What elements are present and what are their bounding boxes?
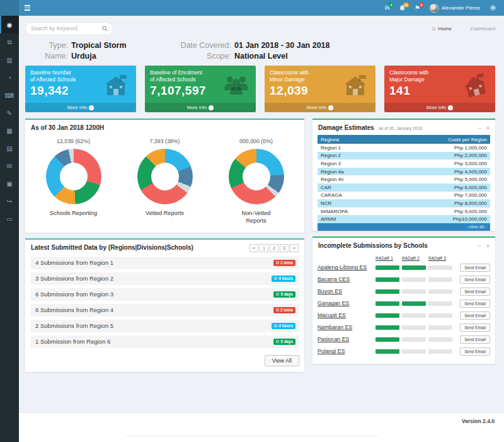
send-email-button[interactable]: Send Email [460,300,490,308]
list-item[interactable]: 1 Submission from Region 6 5 days [30,335,299,348]
minimize-icon[interactable]: − [478,243,481,249]
more-info-link[interactable]: More Info [384,103,495,112]
page-button[interactable]: 3 [280,244,289,252]
list-item[interactable]: 6 Submissions from Region 4 2 mins [30,304,299,317]
sidebar-item-devices[interactable]: ⌨ [0,86,19,104]
damage-view-all-link[interactable]: --view all-- [318,223,490,231]
close-icon[interactable]: × [486,243,490,249]
school-link[interactable]: Pasiocan ES [318,336,375,342]
table-row[interactable]: CAR Php 6,000,000 [318,183,490,192]
tasks-flag-icon[interactable]: ⚑ 9 [415,5,420,11]
sidebar-item-widgets[interactable]: ⧉ [0,33,19,51]
school-link[interactable]: Nambaran ES [318,324,375,330]
school-link[interactable]: Pulangi ES [318,348,375,354]
sidebar-item-docs[interactable]: ▭ [0,210,19,228]
radar2-progress-bar [402,325,426,330]
more-info-link[interactable]: More Info [145,103,256,112]
more-info-link[interactable]: More Info [25,103,136,112]
stat-card-title: Classrooms withMajor Damage [389,69,490,83]
page-button[interactable]: 2 [270,244,278,252]
table-row[interactable]: Region 4a Php 4,000,000 [318,168,490,176]
send-email-button[interactable]: Send Email [460,276,490,284]
type-value: Tropical Storm [71,41,127,50]
donut-ring[interactable] [137,149,193,204]
arrow-circle-icon [328,105,333,110]
event-info: Type:Tropical Storm Date Covered:01 Jan … [35,41,495,61]
table-row[interactable]: CARAGA Php 7,000,000 [318,192,490,200]
send-email-button[interactable]: Send Email [460,335,490,344]
page-button[interactable]: » [290,244,299,252]
school-link[interactable]: Macupit ES [318,312,375,318]
close-icon[interactable]: × [486,125,490,131]
logo[interactable] [0,0,19,16]
more-info-link[interactable]: More Info [265,103,375,112]
settings-gear-icon[interactable] [490,4,496,11]
send-email-button[interactable]: Send Email [460,323,490,332]
stat-card[interactable]: Classrooms withMajor Damage 141 More Inf… [384,66,495,112]
table-row[interactable]: Region 3 Php 3,000,000 [318,160,490,168]
send-email-button[interactable]: Send Email [460,288,490,296]
app-window: ✉ 4 10 ⚑ 9 Alexander Pierce ◉ [0,0,504,442]
sidebar-item-calendar[interactable]: ▤ [0,139,19,157]
school-row: Pulangi ES Send Email [312,346,495,358]
donut-chart: 12,039 (62%) Schools Reporting [28,138,119,225]
school-row: Nambaran ES Send Email [312,322,495,334]
table-row[interactable]: NCR Php 8,000,000 [318,199,490,207]
view-all-button[interactable]: View All [265,355,299,366]
sidebar-item-dashboard[interactable]: ◉ [0,16,19,33]
messages-badge: 4 [389,3,394,8]
page-button[interactable]: « [249,244,258,252]
pagination: «123» [249,244,299,252]
list-item[interactable]: 4 Submissions from Region 1 2 mins [30,257,299,269]
time-badge: 2 mins [273,260,295,266]
clock-icon [276,340,279,343]
list-item[interactable]: 2 Submissions from Region 5 4 hours [30,320,299,332]
page-button[interactable]: 1 [260,244,268,252]
table-row[interactable]: ARMM Php10,000,000 [318,215,490,223]
user-menu[interactable]: Alexander Pierce [430,4,480,13]
school-link[interactable]: Apaleng-Libtong ES [318,264,375,270]
table-row[interactable]: Region 1 Php 1,000,000 [318,144,490,152]
send-email-button[interactable]: Send Email [460,311,490,320]
list-item[interactable]: 3 Submissions from Region 2 4 hours [30,272,299,285]
school-link[interactable]: Buyon ES [318,288,375,294]
clock-icon [276,308,279,311]
messages-icon[interactable]: ✉ 4 [385,5,390,11]
minimize-icon[interactable]: − [478,125,481,131]
sidebar-item-tables[interactable]: ▦ [0,122,19,139]
send-email-button[interactable]: Send Email [460,264,490,272]
latest-title: Latest Submitted Data by (Regions|Divisi… [31,244,193,251]
radar1-progress-bar [375,289,399,294]
stat-card[interactable]: Baseline of Enrolmentof Affected Schools… [145,66,256,112]
search-input[interactable]: Search by Keyword [25,22,113,35]
sidebar-item-folders[interactable]: ▣ [0,175,19,192]
school-link[interactable]: Ganagan ES [318,300,375,306]
sidebar-item-share[interactable]: ↪ [0,192,19,210]
radar3-progress-bar [428,313,452,318]
send-email-button[interactable]: Send Email [460,347,490,356]
sidebar-item-layout[interactable]: ▥ [0,51,19,69]
table-row[interactable]: Region 2 Php 2,000,000 [318,152,490,160]
table-row[interactable]: MIMAROPA Php 9,000,000 [318,207,490,216]
menu-toggle-icon[interactable] [25,5,30,11]
sidebar-item-charts[interactable]: ◔ [0,69,19,86]
stat-card[interactable]: Classrooms withMinor Damage 12,039 More … [265,66,375,112]
incomplete-panel: Incomplete Submissions by Schools − × RA… [312,236,495,364]
school-link[interactable]: Bacarra CES [318,276,375,282]
main-content: Search by Keyword ⌂ Home Dashboard Type:… [19,16,504,442]
damage-table: RegionsCosts per Region Region 1 Php 1,0… [318,135,490,231]
radar2-progress-bar [402,313,426,318]
notifications-bell-icon[interactable]: 10 [399,5,405,11]
donut-ring[interactable] [46,149,101,204]
latest-list: 4 Submissions from Region 1 2 mins 3 Sub… [25,255,304,354]
stat-card[interactable]: Baseline Numberof Affected Schools 19,34… [25,66,136,112]
sidebar-item-mailbox[interactable]: ✉ [0,157,19,175]
donut-ring[interactable] [229,149,284,204]
breadcrumb-home[interactable]: Home [438,26,452,32]
arrow-circle-icon [209,105,214,110]
list-item[interactable]: 6 Submissions from Region 3 5 days [30,288,299,301]
donut-value-label: 12,039 (62%) [57,138,90,144]
sidebar-item-forms[interactable]: ✎ [0,104,19,122]
table-row[interactable]: Region 4n Php 5,000,000 [318,175,490,183]
asof-panel: As of 30 Jan 2018 1200H 12,039 (62%) Sch… [25,119,304,233]
